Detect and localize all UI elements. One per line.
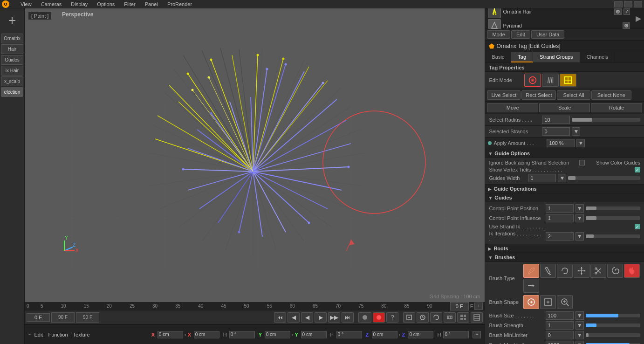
coord-plus-btn[interactable]: + [473, 331, 481, 338]
apply-amount-down-btn[interactable]: ▼ [576, 139, 585, 147]
roots-section-header[interactable]: ▶ Roots [485, 244, 644, 253]
brush-shape-btn-2[interactable] [540, 295, 556, 309]
use-strand-ik-checkbox[interactable] [635, 224, 640, 229]
mode-btn-mode[interactable]: Mode [487, 30, 510, 39]
current-frame-input[interactable] [27, 313, 50, 322]
ik-iterations-input[interactable] [546, 232, 574, 241]
menu-panel[interactable]: Panel [143, 1, 160, 7]
coord-wx-input[interactable] [194, 331, 219, 338]
edit-label[interactable]: Edit [34, 332, 43, 337]
play-back-btn[interactable]: ◀ [301, 312, 313, 323]
brush-minlimiter-slider[interactable] [586, 333, 640, 337]
live-select-btn[interactable]: Live Select [487, 90, 521, 100]
sidebar-item-scalp[interactable]: x_scalp [1, 76, 23, 86]
frame-plus-btn[interactable]: + [474, 303, 483, 310]
edit-mode-icon-grid[interactable] [560, 74, 576, 87]
guide-operations-header[interactable]: ▶ Guide Operations [485, 185, 644, 193]
show-vertex-ticks-checkbox[interactable] [635, 167, 640, 172]
cpp-slider[interactable] [586, 206, 640, 210]
toolbar-icon-1[interactable] [614, 1, 623, 7]
brush-shape-btn-1[interactable] [523, 295, 539, 309]
tab-basic[interactable]: Basic [485, 52, 511, 62]
brush-size-input[interactable] [546, 311, 574, 320]
menu-view[interactable]: View [19, 1, 34, 7]
select-none-btn[interactable]: Select None [591, 90, 631, 100]
edit-mode-icon-circle[interactable] [524, 74, 541, 87]
coord-wz-input[interactable] [408, 331, 433, 338]
mode-btn-edit[interactable]: Edit [511, 30, 530, 39]
guides-width-down-btn[interactable]: ▼ [558, 174, 566, 182]
brush-type-btn-7[interactable] [624, 264, 640, 278]
toolbar-icon-2[interactable] [624, 1, 632, 7]
move-btn[interactable]: Move [487, 103, 538, 112]
coord-p-input[interactable] [336, 331, 362, 338]
sidebar-item-hair[interactable]: Hair [1, 44, 23, 54]
menu-cameras[interactable]: Cameras [39, 1, 64, 7]
guides-width-input[interactable] [528, 174, 556, 182]
ik-iterations-down-btn[interactable]: ▼ [575, 232, 584, 241]
menu-filter[interactable]: Filter [122, 1, 137, 7]
brush-size-slider[interactable] [586, 314, 640, 317]
step-fwd-btn[interactable]: ▶▶ [328, 312, 340, 323]
ik-iterations-slider[interactable] [586, 234, 640, 238]
record-red-btn[interactable] [373, 312, 385, 323]
cpp-down-btn[interactable]: ▼ [575, 204, 584, 213]
obj1-lock[interactable]: ✓ [623, 8, 630, 15]
rect-select-btn[interactable]: Rect Select [521, 90, 556, 100]
brush-maxlimiter-input[interactable] [546, 341, 574, 344]
selected-strands-input[interactable] [542, 127, 570, 136]
rotate-btn[interactable]: Rotate [591, 103, 642, 112]
key-icon-btn[interactable] [403, 312, 415, 323]
select-radius-input[interactable] [542, 116, 570, 124]
brush-minlimiter-input[interactable] [546, 331, 574, 339]
control-point-pos-input[interactable] [546, 204, 574, 213]
brush-type-btn-8[interactable] [523, 279, 539, 293]
brush-shape-btn-3[interactable] [557, 295, 573, 309]
motion-icon-btn[interactable] [417, 312, 429, 323]
play-end-btn[interactable]: ⏭ [342, 312, 354, 323]
scale-btn[interactable]: Scale [539, 103, 590, 112]
menu-prorender[interactable]: ProRender [165, 1, 194, 7]
viewport[interactable]: X Y Z [ Paint ] Perspective Grid Spacing… [25, 8, 485, 302]
cpi-slider[interactable] [586, 216, 640, 220]
coord-h-input[interactable] [229, 331, 255, 338]
record-btn[interactable] [358, 312, 371, 323]
play-start-btn[interactable]: ⏮ [274, 312, 286, 323]
edit-mode-icon-strands[interactable] [542, 74, 559, 87]
tab-tag[interactable]: Tag [511, 52, 533, 62]
tab-strand-groups[interactable]: Strand Groups [533, 52, 580, 62]
sidebar-item-ixhair[interactable]: ix Hair [1, 66, 23, 76]
cpi-down-btn[interactable]: ▼ [575, 214, 584, 222]
brush-maxlimiter-down-btn[interactable]: ▼ [575, 341, 584, 344]
ignore-backfacing-checkbox[interactable] [579, 160, 585, 165]
coord-y-input[interactable] [265, 331, 290, 338]
select-all-btn[interactable]: Select All [557, 90, 590, 100]
step-back-btn[interactable]: ◀ [288, 312, 300, 323]
menu-display[interactable]: Display [69, 1, 89, 7]
brush-type-btn-3[interactable] [557, 264, 573, 278]
brush-strength-slider[interactable] [586, 323, 640, 327]
help-btn[interactable]: ? [386, 312, 398, 323]
guides-width-slider[interactable] [568, 176, 640, 180]
rp-collapse-icon[interactable]: ▶ [636, 14, 641, 23]
control-point-influence-input[interactable] [546, 214, 574, 222]
apply-amount-input[interactable] [547, 139, 575, 147]
grid-icon-btn[interactable] [457, 312, 469, 323]
brush-type-btn-4[interactable] [574, 264, 589, 278]
obj1-visibility[interactable] [614, 8, 622, 15]
obj2-visibility[interactable] [623, 22, 630, 29]
layers-icon-btn[interactable] [471, 312, 483, 323]
mode-btn-userdata[interactable]: User Data [531, 30, 565, 39]
sidebar-item-guides[interactable]: Guides [1, 55, 23, 65]
brush-type-btn-5[interactable] [590, 264, 606, 278]
coord-frame-input[interactable] [443, 331, 469, 338]
guides-section-header[interactable]: ▼ Guides [485, 193, 644, 202]
tab-channels[interactable]: Channels [580, 52, 615, 62]
menu-options[interactable]: Options [95, 1, 116, 7]
loop-btn[interactable] [430, 312, 442, 323]
brush-strength-input[interactable] [546, 321, 574, 330]
selected-strands-down-btn[interactable]: ▼ [572, 127, 580, 136]
fps-icon-btn[interactable] [444, 312, 456, 323]
coord-wy-input[interactable] [301, 331, 327, 338]
brush-type-btn-1[interactable] [523, 264, 539, 278]
